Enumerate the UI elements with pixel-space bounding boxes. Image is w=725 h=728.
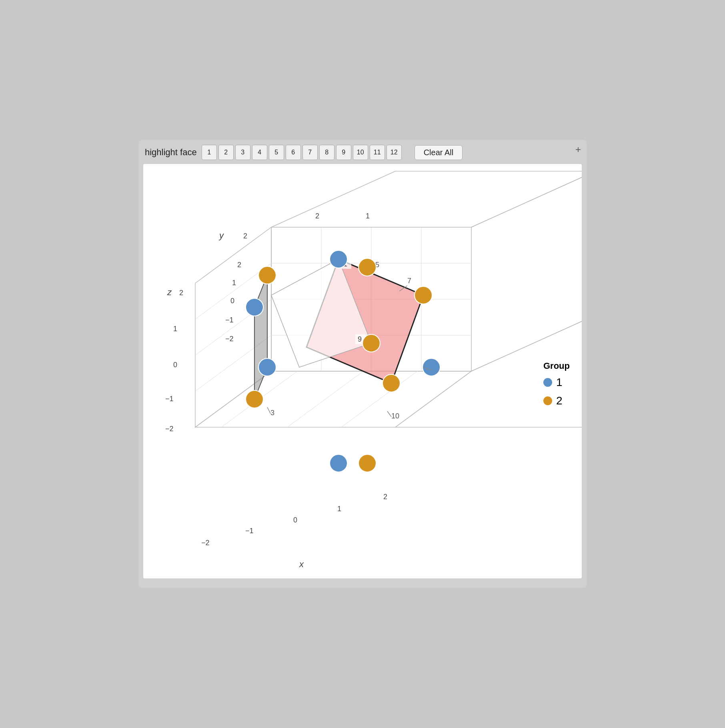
face-btn-9[interactable]: 9 [336,145,351,160]
svg-line-24 [341,371,417,427]
face-btn-11[interactable]: 11 [370,145,385,160]
legend-dot-blue [543,378,552,387]
svg-text:9: 9 [358,335,362,343]
clear-all-button[interactable]: Clear All [415,145,463,160]
svg-point-60 [258,358,276,376]
face-btn-12[interactable]: 12 [387,145,402,160]
main-container: + highlight face 1 2 3 4 5 6 7 8 9 10 11… [138,140,587,588]
svg-text:10: 10 [391,412,399,420]
face-buttons-group: 1 2 3 4 5 6 7 8 9 10 11 12 [202,145,402,160]
svg-point-63 [358,258,376,276]
svg-text:y: y [218,230,224,240]
svg-text:−1: −1 [225,316,234,324]
svg-line-73 [387,411,391,417]
svg-text:2: 2 [237,261,241,269]
face-btn-1[interactable]: 1 [202,145,217,160]
svg-text:1: 1 [173,325,177,333]
svg-line-12 [395,371,471,427]
3d-chart-svg: y 2 1 0 −1 −2 z 2 1 0 −1 −2 x −2 −1 0 1 … [143,164,582,578]
legend-label-2: 2 [556,394,563,407]
legend-label-1: 1 [556,376,563,389]
chart-area: y 2 1 0 −1 −2 z 2 1 0 −1 −2 x −2 −1 0 1 … [143,164,582,578]
svg-text:2: 2 [315,212,319,220]
face-btn-10[interactable]: 10 [353,145,368,160]
svg-text:z: z [167,287,172,297]
highlight-face-label: highlight face [145,147,197,158]
svg-text:0: 0 [293,516,297,524]
svg-point-61 [423,358,440,376]
svg-text:−1: −1 [165,395,174,403]
svg-text:−2: −2 [165,425,174,433]
toolbar: highlight face 1 2 3 4 5 6 7 8 9 10 11 1… [143,145,582,160]
face-btn-7[interactable]: 7 [302,145,318,160]
face-btn-5[interactable]: 5 [269,145,284,160]
svg-text:x: x [299,559,304,569]
legend-title: Group [543,361,570,371]
svg-line-4 [471,171,582,227]
legend-item-2: 2 [543,394,570,407]
svg-point-65 [362,334,380,352]
face-btn-8[interactable]: 8 [319,145,334,160]
plus-button[interactable]: + [575,144,581,155]
svg-text:1: 1 [337,505,341,513]
svg-text:2: 2 [383,493,387,501]
face-btn-2[interactable]: 2 [218,145,234,160]
svg-text:1: 1 [232,279,236,287]
svg-point-59 [246,298,263,316]
svg-text:1: 1 [366,212,370,220]
svg-text:7: 7 [407,277,411,285]
face-btn-4[interactable]: 4 [252,145,267,160]
svg-point-64 [415,286,432,304]
legend-item-1: 1 [543,376,570,389]
face-btn-6[interactable]: 6 [286,145,301,160]
chart-legend: Group 1 2 [543,361,570,413]
svg-line-72 [267,407,270,414]
svg-point-67 [258,266,276,284]
svg-line-23 [287,371,363,427]
svg-point-62 [330,454,347,472]
svg-text:0: 0 [173,361,177,369]
svg-text:−1: −1 [245,527,254,535]
svg-marker-2 [195,371,471,427]
svg-point-58 [330,250,347,268]
svg-point-66 [383,374,400,392]
svg-point-68 [246,390,263,408]
svg-marker-46 [254,275,267,399]
svg-line-3 [271,171,395,227]
svg-text:−2: −2 [225,335,234,343]
svg-point-69 [358,454,376,472]
svg-text:−2: −2 [201,539,210,547]
svg-line-6 [471,171,582,227]
svg-text:3: 3 [270,409,274,417]
svg-text:2: 2 [243,232,247,240]
legend-dot-orange [543,396,552,405]
svg-text:0: 0 [230,297,234,305]
face-btn-3[interactable]: 3 [235,145,250,160]
svg-text:2: 2 [179,289,183,297]
